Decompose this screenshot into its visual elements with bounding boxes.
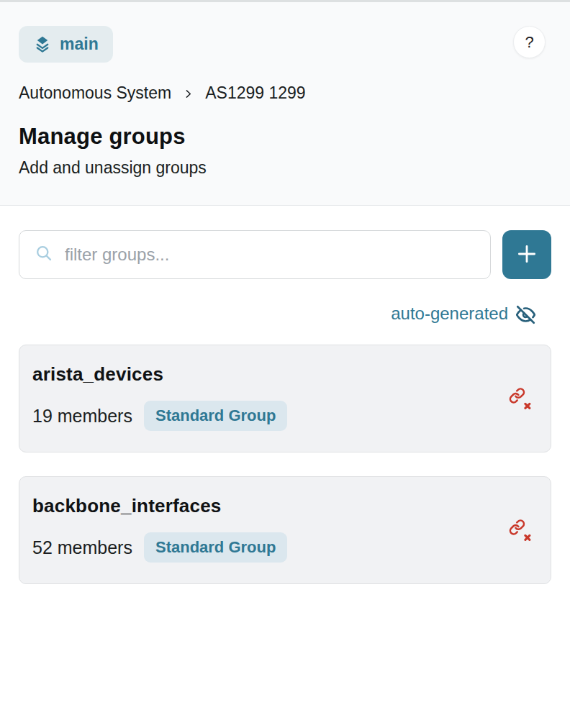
help-button-label: ? [525, 33, 533, 52]
auto-generated-toggle[interactable]: auto-generated [391, 303, 535, 324]
filter-groups-searchbox [19, 230, 491, 279]
add-group-button[interactable] [502, 230, 551, 279]
breadcrumb: Autonomous System AS1299 1299 [19, 83, 551, 103]
plus-icon [515, 242, 539, 268]
group-card-list: arista_devices 19 members Standard Group [19, 345, 551, 584]
group-type-badge: Standard Group [144, 401, 287, 431]
group-type-badge: Standard Group [144, 532, 287, 563]
group-card: backbone_interfaces 52 members Standard … [19, 476, 551, 584]
chevron-right-icon [182, 86, 194, 100]
breadcrumb-item-object[interactable]: AS1299 1299 [205, 83, 305, 103]
member-count: 19 members [32, 406, 132, 427]
help-button[interactable]: ? [513, 26, 546, 58]
content-area: auto-generated arista_devices 19 members… [0, 206, 570, 728]
page-subtitle: Add and unassign groups [19, 158, 551, 178]
group-meta-row: 52 members Standard Group [32, 532, 536, 563]
layers-icon [33, 35, 52, 54]
group-meta-row: 19 members Standard Group [32, 401, 536, 431]
toolbar [19, 230, 551, 279]
unassign-group-button[interactable] [509, 388, 531, 410]
member-count: 52 members [32, 537, 132, 558]
branch-selector-badge[interactable]: main [19, 26, 113, 63]
group-card: arista_devices 19 members Standard Group [19, 345, 551, 452]
branch-badge-label: main [60, 35, 99, 54]
filter-groups-input[interactable] [65, 245, 477, 265]
breadcrumb-item-autonomous-system[interactable]: Autonomous System [19, 83, 171, 103]
group-name: arista_devices [32, 363, 536, 386]
page-title: Manage groups [19, 124, 551, 150]
search-icon [35, 244, 54, 266]
unlink-icon [509, 401, 531, 412]
header-top-row: main ? [19, 26, 551, 63]
manage-groups-panel: main ? Autonomous System AS1299 1299 Man… [0, 0, 570, 728]
auto-generated-row: auto-generated [19, 303, 551, 324]
page-header: main ? Autonomous System AS1299 1299 Man… [0, 0, 570, 206]
group-name: backbone_interfaces [32, 495, 536, 517]
eye-off-icon [516, 303, 535, 324]
unlink-icon [509, 533, 531, 544]
auto-generated-label: auto-generated [391, 304, 508, 324]
unassign-group-button[interactable] [509, 519, 531, 542]
